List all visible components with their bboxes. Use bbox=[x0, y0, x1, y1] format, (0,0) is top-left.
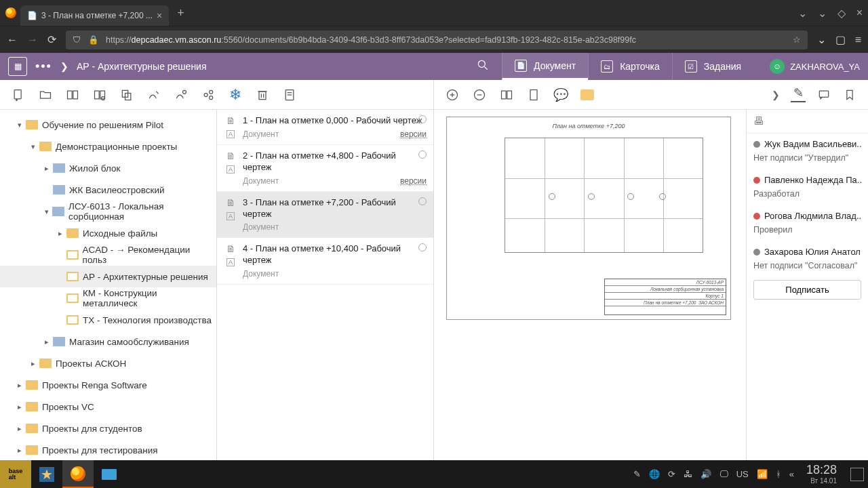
tree-item[interactable]: ▾Демонстрационные проекты bbox=[0, 136, 216, 157]
tree-item[interactable]: ▾ЛСУ-6013 - Локальная сорбционная bbox=[0, 201, 216, 222]
panel-collapse-icon[interactable]: ❯ bbox=[772, 89, 780, 100]
signature-entry[interactable]: Захарова Юлия Анатол...Нет подписи "Согл… bbox=[747, 241, 868, 277]
tray-wifi-icon[interactable]: 📶 bbox=[757, 469, 768, 479]
signature-entry[interactable]: Жук Вадим Васильеви...Нет подписи "Утвер… bbox=[747, 134, 868, 169]
edit-icon[interactable]: ✎ bbox=[791, 87, 806, 102]
app-logo-icon[interactable]: ▦ bbox=[8, 57, 27, 76]
tree-twisty-icon[interactable]: ▸ bbox=[41, 338, 53, 346]
zoom-out-icon[interactable] bbox=[472, 87, 487, 102]
window-close-icon[interactable]: × bbox=[856, 7, 863, 20]
project-tree[interactable]: ▾Обучение по решениям Pilot▾Демонстрацио… bbox=[0, 110, 217, 460]
document-list[interactable]: 🗎A1 - План на отметке 0,000 - Рабочий че… bbox=[217, 110, 434, 460]
tree-item[interactable]: ТХ - Технология производства bbox=[0, 309, 216, 331]
sign-button[interactable]: Подписать bbox=[753, 280, 861, 300]
tree-twisty-icon[interactable]: ▸ bbox=[14, 424, 26, 433]
more-menu-icon[interactable]: ••• bbox=[35, 60, 52, 74]
tree-item[interactable]: КМ - Конструкции металлическ bbox=[0, 287, 216, 309]
zoom-in-icon[interactable] bbox=[445, 87, 460, 102]
doc-list-item[interactable]: 🗎A2 - План на отметке +4,800 - Рабочий ч… bbox=[217, 145, 433, 192]
tree-twisty-icon[interactable]: ▸ bbox=[14, 403, 26, 411]
start-menu-button[interactable]: basealt bbox=[0, 460, 31, 488]
tab-close-icon[interactable]: × bbox=[157, 10, 162, 21]
tree-item[interactable]: ▸Проекты для студентов bbox=[0, 418, 216, 439]
user-chip[interactable]: ☺ ZAKHAROVA_YA bbox=[770, 59, 860, 74]
nav-forward-icon[interactable]: → bbox=[27, 34, 38, 46]
taskbar-app-star[interactable]: ★ bbox=[31, 460, 62, 488]
view-tab-2[interactable]: ☑Задания bbox=[672, 53, 753, 80]
tree-item[interactable]: ▸Магазин самообслуживания bbox=[0, 331, 216, 352]
share-icon[interactable] bbox=[201, 87, 216, 102]
tray-volume-icon[interactable]: 🔊 bbox=[701, 469, 711, 479]
doc-list-item[interactable]: 🗎A1 - План на отметке 0,000 - Рабочий че… bbox=[217, 110, 433, 145]
tray-expand-icon[interactable]: « bbox=[789, 469, 794, 479]
document-viewer[interactable]: План на отметке +7,200 ЛСУ-6013-АР Локал… bbox=[434, 110, 746, 460]
browser-tab[interactable]: 📄 3 - План на отметке +7,200 ... × bbox=[20, 5, 169, 26]
tree-item[interactable]: ▸Исходные файлы bbox=[0, 222, 216, 244]
tree-twisty-icon[interactable]: ▸ bbox=[54, 229, 66, 238]
bookmark-icon[interactable] bbox=[842, 87, 857, 102]
tray-display-icon[interactable]: 🖵 bbox=[719, 469, 728, 479]
tray-network-icon[interactable]: 🖧 bbox=[684, 469, 692, 479]
tray-lang[interactable]: US bbox=[736, 469, 749, 479]
tree-item[interactable]: ЖК Василеостровский bbox=[0, 179, 216, 201]
tree-twisty-icon[interactable]: ▸ bbox=[14, 446, 26, 455]
taskbar-app-files[interactable] bbox=[94, 460, 125, 488]
sign-add-icon[interactable] bbox=[174, 87, 189, 102]
copy-icon[interactable] bbox=[119, 87, 134, 102]
signature-entry[interactable]: Павленко Надежда Па...Разработал bbox=[747, 169, 868, 205]
nav-back-icon[interactable]: ← bbox=[7, 34, 18, 46]
hamburger-menu-icon[interactable]: ≡ bbox=[855, 34, 861, 46]
tree-twisty-icon[interactable]: ▸ bbox=[14, 381, 26, 390]
freeze-icon[interactable]: ❄ bbox=[228, 87, 243, 102]
view-tab-1[interactable]: 🗂Карточка bbox=[588, 53, 672, 80]
doc-list-item[interactable]: 🗎A3 - План на отметке +7,200 - Рабочий ч… bbox=[217, 192, 433, 239]
print-icon[interactable]: 🖶 bbox=[747, 110, 868, 134]
book-add-icon[interactable] bbox=[92, 87, 107, 102]
tree-twisty-icon[interactable]: ▾ bbox=[14, 121, 26, 129]
window-minimize-icon[interactable]: ⌄ bbox=[818, 7, 827, 20]
tray-globe-icon[interactable]: 🌐 bbox=[649, 469, 660, 479]
url-input[interactable]: 🛡 🔒 https://depcadaec.vm.ascon.ru:5560/d… bbox=[66, 30, 808, 49]
nav-reload-icon[interactable]: ⟳ bbox=[47, 33, 56, 46]
chat-icon[interactable] bbox=[816, 87, 831, 102]
window-maximize-icon[interactable]: ◇ bbox=[837, 7, 846, 20]
new-folder-icon[interactable] bbox=[38, 87, 53, 102]
view-tab-0[interactable]: 📄Документ bbox=[502, 53, 588, 80]
spread-view-icon[interactable] bbox=[499, 87, 514, 102]
tree-item[interactable]: ▸Жилой блок bbox=[0, 157, 216, 179]
tree-item[interactable]: ▸Проекты АСКОН bbox=[0, 352, 216, 374]
pocket-icon[interactable]: ⌄ bbox=[817, 33, 826, 46]
tree-twisty-icon[interactable]: ▸ bbox=[27, 359, 39, 368]
book-open-icon[interactable] bbox=[65, 87, 80, 102]
tree-item[interactable]: ▸Проекты VC bbox=[0, 396, 216, 418]
versions-link[interactable]: версии bbox=[400, 129, 427, 139]
signature-entry[interactable]: Рогова Людмила Влад...Проверил bbox=[747, 205, 868, 241]
breadcrumb-current[interactable]: АР - Архитектурные решения bbox=[77, 61, 207, 72]
note-icon[interactable] bbox=[580, 89, 594, 100]
sign-icon[interactable] bbox=[146, 87, 161, 102]
tree-item[interactable]: АР - Архитектурные решения bbox=[0, 266, 216, 287]
versions-link[interactable]: версии bbox=[400, 176, 427, 186]
taskbar-app-firefox[interactable] bbox=[62, 460, 94, 488]
bookmark-star-icon[interactable]: ☆ bbox=[793, 35, 801, 45]
tray-bluetooth-icon[interactable]: ᚼ bbox=[776, 469, 781, 479]
tree-item[interactable]: ▾Обучение по решениям Pilot bbox=[0, 114, 216, 136]
tree-twisty-icon[interactable]: ▸ bbox=[41, 164, 53, 173]
tree-twisty-icon[interactable]: ▾ bbox=[41, 207, 52, 216]
tabs-dropdown-icon[interactable]: ⌄ bbox=[798, 7, 807, 20]
tray-refresh-icon[interactable]: ⟳ bbox=[668, 469, 675, 479]
show-desktop-button[interactable] bbox=[850, 468, 864, 481]
tree-item[interactable]: ▸Проекты для тестирования bbox=[0, 439, 216, 460]
search-icon[interactable] bbox=[476, 58, 490, 75]
page-view-icon[interactable] bbox=[526, 87, 541, 102]
tree-item[interactable]: ACAD - → Рекомендации польз bbox=[0, 244, 216, 266]
extension-icon[interactable]: ▢ bbox=[835, 33, 846, 46]
tree-item[interactable]: ▸Проекты Renga Software bbox=[0, 374, 216, 396]
new-doc-icon[interactable] bbox=[11, 87, 26, 102]
tree-twisty-icon[interactable]: ▾ bbox=[27, 142, 39, 151]
doc-list-item[interactable]: 🗎A4 - План на отметке +10,400 - Рабочий … bbox=[217, 238, 433, 285]
new-tab-button[interactable]: + bbox=[177, 6, 184, 20]
delete-icon[interactable] bbox=[255, 87, 270, 102]
comment-icon[interactable]: 💬 bbox=[553, 87, 568, 102]
tray-pen-icon[interactable]: ✎ bbox=[633, 469, 641, 479]
